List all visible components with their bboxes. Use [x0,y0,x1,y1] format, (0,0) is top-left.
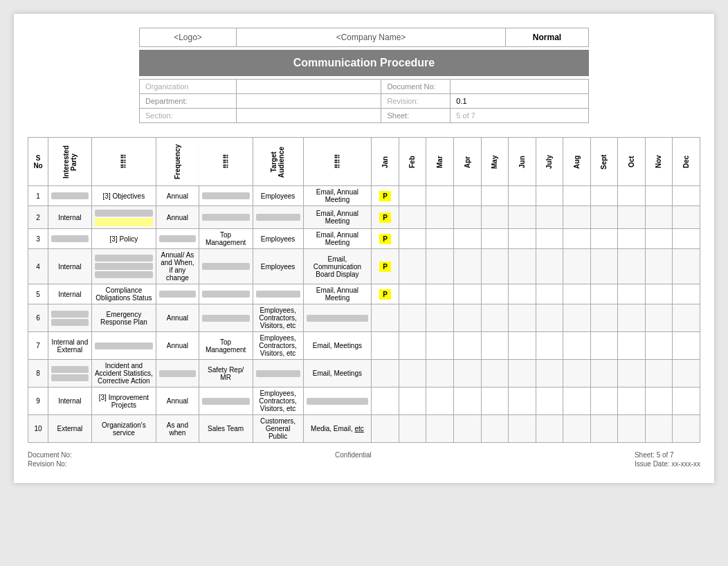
cell-jul [536,304,563,332]
cell-oct [618,249,646,284]
cell-sep [590,332,618,360]
cell-ta [253,284,303,304]
cell-dec [673,249,700,284]
cell-jun [509,186,536,206]
cell-method: Email, Annual Meeting [303,206,372,229]
cell-sno: 5 [28,284,48,304]
cell-freq: As and when [156,415,199,443]
cell-info [91,206,156,229]
cell-jul [536,249,563,284]
cell-jun [509,387,536,415]
cell-apr [454,387,482,415]
table-row: 9 Internal [3] Improvement Projects Annu… [28,387,700,415]
cell-may [481,206,509,229]
cell-feb [399,206,426,229]
cell-nov [645,284,673,304]
cell-method: Email, Annual Meeting [303,229,372,249]
col-header-sno: S No [28,138,48,186]
cell-sep [590,387,618,415]
cell-ta: Employees, Contractors, Visitors, etc [253,304,303,332]
main-table: S No Interested Party ⠿⠿⠿ Frequency ⠿⠿⠿ … [28,137,700,443]
cell-aug [563,360,591,387]
cell-ta [253,206,303,229]
cell-info: [3] Improvement Projects [91,387,156,415]
cell-jan [372,360,399,387]
cell-mar [426,360,454,387]
col-header-resp: ⠿⠿⠿ [199,138,253,186]
cell-jun [509,304,536,332]
cell-nov [645,387,673,415]
cell-dec [673,332,700,360]
cell-aug [563,186,591,206]
cell-may [481,332,509,360]
cell-method: Email, Meetings [303,360,372,387]
cell-resp [199,186,253,206]
cell-ip: Internal [48,387,91,415]
cell-aug [563,284,591,304]
footer-confidential: Confidential [335,451,372,459]
cell-oct [618,186,646,206]
cell-mar [426,284,454,304]
cell-method: Media, Email, etc [303,415,372,443]
cell-nov [645,186,673,206]
cell-feb [399,249,426,284]
section-label: Section: [140,109,237,123]
cell-ip [48,186,91,206]
cell-ip [48,360,91,387]
cell-info: Compliance Obligations Status [91,284,156,304]
cell-ip: Internal [48,284,91,304]
cell-apr [454,332,482,360]
cell-info [91,332,156,360]
cell-method: Email, Annual Meeting [303,284,372,304]
cell-method: Email, Meetings [303,332,372,360]
cell-aug [563,415,591,443]
table-row: 10 External Organization's service As an… [28,415,700,443]
cell-ip: External [48,415,91,443]
col-header-nov: Nov [645,138,673,186]
cell-mar [426,332,454,360]
cell-sep [590,186,618,206]
cell-jan: P [372,249,399,284]
cell-mar [426,206,454,229]
cell-jul [536,360,563,387]
col-header-freq: Frequency [156,138,199,186]
cell-method: Email, Annual Meeting [303,186,372,206]
cell-dec [673,304,700,332]
cell-apr [454,249,482,284]
col-header-ta: Target Audience [253,138,303,186]
cell-ta: Employees, Contractors, Visitors, etc [253,332,303,360]
cell-oct [618,332,646,360]
cell-freq [156,229,199,249]
cell-dec [673,229,700,249]
cell-info [91,249,156,284]
cell-may [481,415,509,443]
cell-ta: Customers, General Public [253,415,303,443]
cell-freq: Annual [156,186,199,206]
cell-nov [645,229,673,249]
cell-may [481,284,509,304]
col-header-may: May [481,138,509,186]
cell-jul [536,415,563,443]
cell-dec [673,186,700,206]
cell-dec [673,415,700,443]
cell-ip: Internal [48,249,91,284]
cell-ta: Employees [253,229,303,249]
doc-info-table: Organization Document No: Department: Re… [139,79,589,123]
cell-sno: 1 [28,186,48,206]
cell-freq: Annual [156,206,199,229]
cell-info: [3] Policy [91,229,156,249]
cell-sno: 4 [28,249,48,284]
cell-may [481,249,509,284]
table-row: 8 Incident and Accident Statistics, Corr… [28,360,700,387]
table-row: 6 Emergency Response Plan Annual Employe… [28,304,700,332]
cell-sep [590,229,618,249]
cell-freq: Annual [156,332,199,360]
cell-sep [590,360,618,387]
cell-jun [509,206,536,229]
docno-label: Document No: [381,80,451,94]
cell-oct [618,229,646,249]
rev-label: Revision: [381,94,451,109]
col-header-method: ⠿⠿⠿ [303,138,372,186]
cell-oct [618,387,646,415]
cell-info: Emergency Response Plan [91,304,156,332]
